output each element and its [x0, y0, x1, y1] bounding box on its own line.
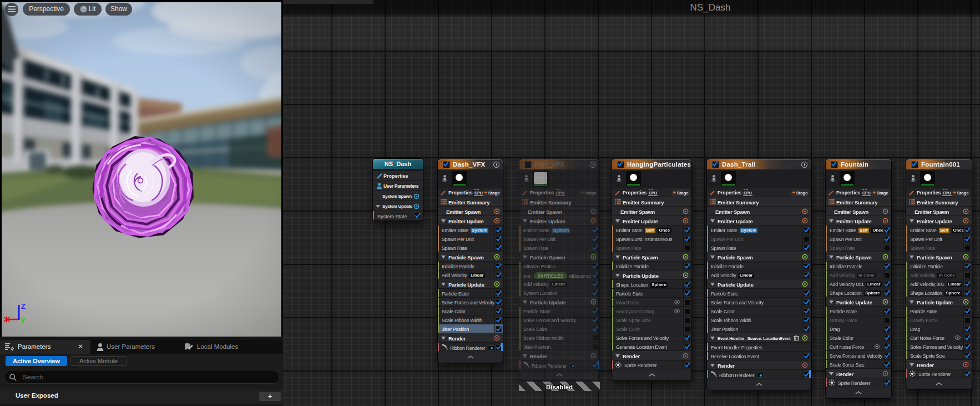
svg-text:Y: Y [21, 317, 26, 325]
svg-text:Z: Z [21, 302, 26, 310]
